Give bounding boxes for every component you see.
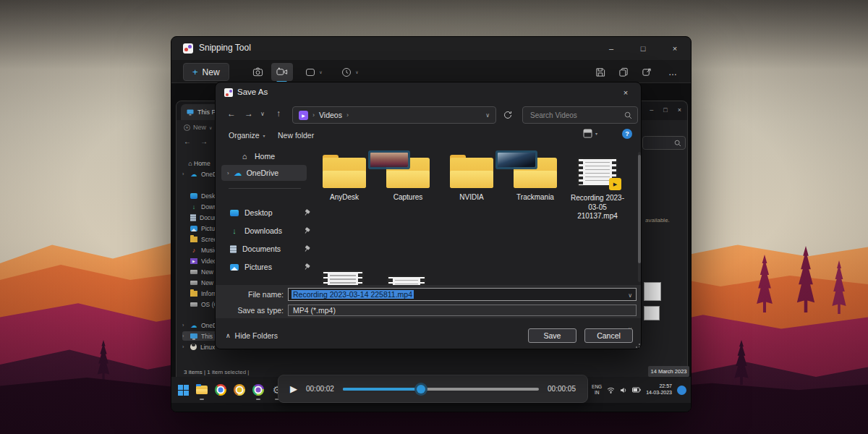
tray-clock[interactable]: 22:57 14-03-2023 — [646, 383, 672, 396]
snipping-toolbar: + New ∨ — [171, 60, 691, 83]
address-dropdown-chevron[interactable]: ∨ — [485, 112, 490, 119]
minimize-icon[interactable]: – — [650, 106, 653, 114]
screenshot-mode-button[interactable] — [247, 63, 268, 81]
taskbar-start-button[interactable] — [176, 379, 190, 401]
dialog-search-box[interactable] — [522, 106, 638, 124]
breadcrumb[interactable]: Videos — [319, 111, 342, 119]
minimize-button[interactable]: – — [595, 37, 627, 60]
seek-bar[interactable] — [343, 388, 539, 391]
back-icon[interactable]: ← — [184, 137, 191, 145]
recent-locations-chevron[interactable]: ∨ — [260, 111, 265, 117]
video-file-icon: ▶ — [577, 158, 618, 187]
hide-folders-button[interactable]: ∧ Hide Folders — [226, 331, 278, 340]
maximize-icon[interactable]: □ — [663, 106, 667, 114]
plus-icon: + — [184, 124, 190, 131]
sidebar-label: Home — [194, 160, 210, 167]
dialog-sidebar-home[interactable]: ⌂ Home — [240, 152, 275, 161]
dialog-sidebar-documents[interactable]: Documents — [230, 242, 310, 256]
play-badge-icon: ▶ — [609, 178, 621, 190]
new-folder-button[interactable]: New folder — [278, 131, 314, 140]
dialog-footer: File name: Recording 2023-03-14 225811.m… — [216, 285, 642, 349]
help-button[interactable]: ? — [622, 129, 632, 139]
music-icon: ♪ — [190, 247, 197, 254]
linux-icon — [190, 344, 197, 350]
refresh-button[interactable] — [499, 106, 516, 124]
file-item-captures[interactable]: Captures — [376, 155, 440, 203]
share-button[interactable] — [636, 63, 658, 81]
address-bar[interactable]: ▶ › Videos › ∨ — [292, 106, 496, 124]
drive-icon — [190, 270, 197, 274]
notification-icon[interactable] — [677, 386, 686, 395]
video-camera-icon — [276, 67, 288, 77]
copy-icon — [618, 67, 629, 77]
file-item-nvidia[interactable]: NVIDIA — [440, 155, 503, 203]
explorer-window-controls: – □ × — [650, 106, 681, 114]
record-mode-button[interactable] — [271, 63, 293, 81]
share-icon — [642, 67, 652, 77]
scrollbar-thumb[interactable] — [638, 155, 641, 263]
expand-icon[interactable]: › — [182, 333, 187, 339]
chevron-down-icon: ∨ — [319, 69, 322, 75]
dialog-sidebar-onedrive[interactable]: › ☁ OneDrive — [221, 165, 307, 181]
sidebar-label: Downloads — [244, 226, 282, 235]
resize-grip[interactable] — [634, 341, 640, 348]
file-item-trackmania[interactable]: Trackmania — [503, 155, 567, 203]
save-as-type-select[interactable]: MP4 (*.mp4) ∨ — [288, 305, 637, 316]
dialog-close-button[interactable]: × — [615, 85, 637, 100]
expand-icon[interactable]: › — [182, 323, 187, 328]
download-icon: ↓ — [190, 203, 197, 210]
close-button[interactable]: × — [659, 37, 691, 60]
home-icon: ⌂ — [240, 152, 249, 161]
folder-icon — [190, 237, 197, 242]
wifi-icon[interactable] — [607, 387, 615, 393]
save-snip-button[interactable] — [590, 63, 611, 81]
this-pc-icon — [190, 333, 197, 339]
battery-icon[interactable] — [632, 387, 641, 393]
maximize-button[interactable]: □ — [627, 37, 659, 60]
taskbar-chrome-dev[interactable] — [251, 379, 265, 401]
file-name-label: File name: — [216, 290, 284, 299]
speaker-icon[interactable] — [620, 387, 627, 393]
copy-button[interactable] — [613, 63, 634, 81]
play-button[interactable]: ▶ — [290, 383, 297, 394]
player-progress-thumb[interactable] — [417, 385, 425, 393]
taskbar-chrome-beta[interactable] — [232, 379, 247, 401]
dialog-sidebar-downloads[interactable]: ↓ Downloads — [230, 224, 310, 238]
new-snip-button[interactable]: + New — [183, 63, 229, 81]
dialog-sidebar-pictures[interactable]: Pictures — [230, 260, 310, 274]
frame-bottom-strip — [171, 403, 692, 412]
current-time: 00:00:02 — [306, 385, 334, 393]
explorer-new-button[interactable]: + New ∨ — [184, 124, 212, 131]
caret-down-icon: ▾ — [595, 131, 597, 136]
taskbar-chrome[interactable] — [213, 379, 228, 401]
chevron-down-icon[interactable]: ∨ — [628, 292, 632, 299]
search-input[interactable] — [529, 109, 614, 122]
file-name-input[interactable]: Recording 2023-03-14 225811.mp4 ∨ — [288, 288, 637, 301]
more-options-button[interactable]: … — [662, 63, 684, 81]
breadcrumb-chevron-icon: › — [312, 111, 315, 119]
delay-dropdown[interactable]: ∨ — [335, 63, 365, 81]
up-button[interactable]: ↑ — [276, 109, 281, 119]
close-icon[interactable]: × — [678, 106, 681, 114]
windows-logo-icon — [178, 385, 189, 396]
folder-icon — [190, 291, 197, 297]
file-item-recording[interactable]: ▶ Recording 2023-03-05 210137.mp4 — [567, 155, 628, 221]
file-item-anydesk[interactable]: AnyDesk — [312, 155, 376, 203]
dialog-sidebar-desktop[interactable]: Desktop — [230, 205, 310, 220]
view-options-button[interactable]: ▾ — [583, 129, 597, 138]
expand-icon[interactable]: › — [227, 170, 229, 176]
save-button[interactable]: Save — [528, 328, 576, 343]
view-icon — [583, 129, 592, 138]
organize-dropdown[interactable]: Organize ▾ — [229, 131, 265, 140]
forward-icon[interactable]: → — [200, 137, 208, 145]
cancel-button[interactable]: Cancel — [584, 328, 633, 343]
language-line2: IN — [595, 390, 600, 396]
expand-icon[interactable]: › — [182, 171, 187, 176]
snip-shape-dropdown[interactable]: ∨ — [299, 63, 329, 81]
language-indicator[interactable]: ENG IN — [592, 384, 602, 396]
expand-icon[interactable]: › — [182, 344, 187, 349]
back-button[interactable]: ← — [227, 109, 236, 119]
explorer-search-box[interactable] — [642, 136, 686, 150]
forward-button[interactable]: → — [244, 109, 253, 119]
taskbar-file-explorer[interactable] — [195, 379, 209, 401]
